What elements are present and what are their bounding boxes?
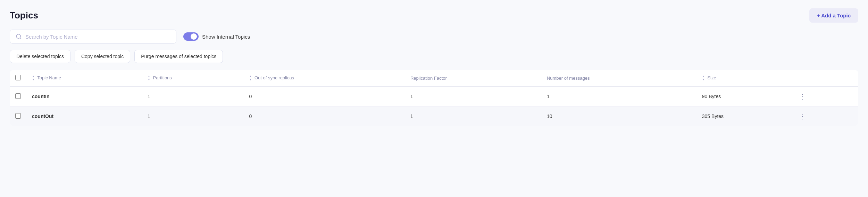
row-actions-cell: ⋮: [791, 87, 858, 107]
sort-arrows-size: ▲▼: [702, 75, 705, 81]
row-out-of-sync: 0: [243, 107, 405, 126]
add-topic-button[interactable]: + Add a Topic: [809, 8, 858, 23]
toggle-label: Show Internal Topics: [202, 34, 250, 40]
row-topic-name: countOut: [26, 107, 142, 126]
table-header-row: ▲▼ Topic Name ▲▼ Partitions ▲▼ Out of sy…: [10, 70, 858, 87]
page-header: Topics + Add a Topic: [10, 8, 858, 23]
header-actions-col: [791, 70, 858, 87]
row-actions-button-0[interactable]: ⋮: [796, 92, 809, 101]
row-topic-name: countIn: [26, 87, 142, 107]
toolbar-row: Show Internal Topics: [10, 30, 858, 44]
row-num-messages: 1: [541, 87, 696, 107]
search-input[interactable]: [25, 34, 170, 40]
header-replication-factor: Replication Factor: [405, 70, 541, 87]
action-buttons-row: Delete selected topics Copy selected top…: [10, 50, 858, 63]
header-size[interactable]: ▲▼ Size: [696, 70, 791, 87]
row-checkbox-cell: [10, 87, 26, 107]
delete-selected-button[interactable]: Delete selected topics: [10, 50, 70, 63]
row-num-messages: 10: [541, 107, 696, 126]
show-internal-topics-toggle[interactable]: [183, 32, 199, 41]
row-partitions: 1: [142, 107, 243, 126]
toggle-section: Show Internal Topics: [183, 32, 250, 41]
header-topic-name[interactable]: ▲▼ Topic Name: [26, 70, 142, 87]
header-num-messages: Number of messages: [541, 70, 696, 87]
select-all-checkbox[interactable]: [15, 75, 21, 80]
sort-arrows-topic-name: ▲▼: [32, 75, 35, 81]
page-title: Topics: [10, 10, 38, 21]
search-icon: [16, 33, 22, 40]
sort-arrows-partitions: ▲▼: [148, 75, 150, 81]
row-checkbox-0[interactable]: [15, 93, 21, 99]
copy-selected-button[interactable]: Copy selected topic: [75, 50, 130, 63]
row-checkbox-cell: [10, 107, 26, 126]
row-actions-button-1[interactable]: ⋮: [796, 112, 809, 120]
row-checkbox-1[interactable]: [15, 113, 21, 119]
row-replication-factor: 1: [405, 87, 541, 107]
sort-arrows-out-of-sync: ▲▼: [249, 75, 252, 81]
row-replication-factor: 1: [405, 107, 541, 126]
row-out-of-sync: 0: [243, 87, 405, 107]
table-row: countOut 1 0 1 10 305 Bytes ⋮: [10, 107, 858, 126]
header-out-of-sync[interactable]: ▲▼ Out of sync replicas: [243, 70, 405, 87]
row-actions-cell: ⋮: [791, 107, 858, 126]
header-checkbox-col: [10, 70, 26, 87]
header-partitions[interactable]: ▲▼ Partitions: [142, 70, 243, 87]
topics-table: ▲▼ Topic Name ▲▼ Partitions ▲▼ Out of sy…: [10, 70, 858, 126]
row-partitions: 1: [142, 87, 243, 107]
svg-line-1: [20, 38, 21, 39]
table-row: countIn 1 0 1 1 90 Bytes ⋮: [10, 87, 858, 107]
row-size: 90 Bytes: [696, 87, 791, 107]
row-size: 305 Bytes: [696, 107, 791, 126]
purge-messages-button[interactable]: Purge messages of selected topics: [134, 50, 223, 63]
search-wrapper: [10, 30, 176, 44]
